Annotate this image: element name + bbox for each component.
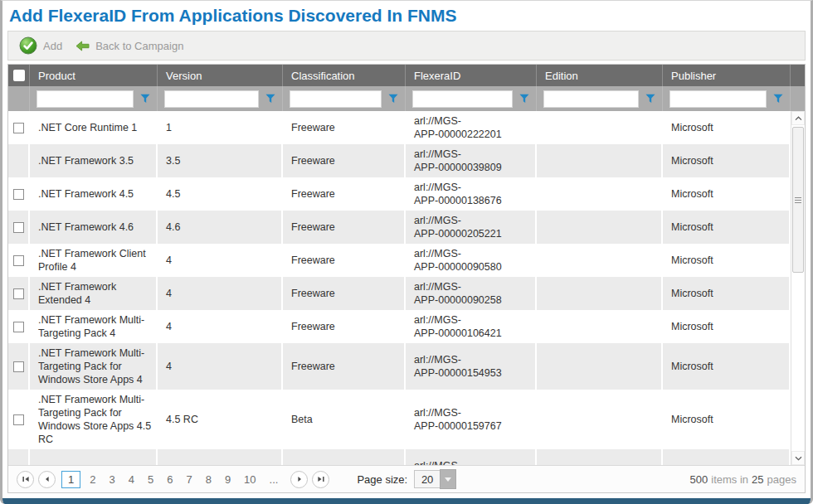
cell-product: .NET Framework Multi-Targeting Pack for … [30,390,158,449]
table-row[interactable]: .NET Core Runtime 1 1 Freeware arl://MGS… [8,111,791,144]
table-row[interactable]: .NET Framework Multi-Targeting Pack for … [8,343,791,390]
table-row[interactable]: arl://MGS- [8,449,791,465]
scrollbar-down-button[interactable] [791,451,805,465]
cell-edition [537,343,663,390]
row-checkbox[interactable] [13,361,24,372]
row-checkbox-cell [8,390,30,449]
filter-cell-product [30,86,158,111]
pager-page-6[interactable]: 6 [160,472,179,487]
back-to-campaign-button[interactable]: Back to Campaign [72,36,190,56]
table-row[interactable]: .NET Framework Extended 4 4 Freeware arl… [8,277,791,310]
row-checkbox[interactable] [13,189,24,200]
chevron-down-icon [445,477,451,482]
cell-product: .NET Framework Multi-Targeting Pack 4 [30,310,158,343]
filter-funnel-button-publisher[interactable] [771,91,786,106]
cell-product: .NET Framework 3.5 [30,144,158,177]
column-header-classification[interactable]: Classification [283,65,406,86]
table-row[interactable]: .NET Framework Multi-Targeting Pack 4 4 … [8,310,791,343]
add-button[interactable]: Add [16,33,69,58]
table-row[interactable]: .NET Framework Multi-Targeting Pack for … [8,390,791,449]
cell-edition [537,277,663,310]
window-bottom-edge [2,498,811,504]
column-header-flexeraid[interactable]: FlexeraID [406,65,537,86]
row-checkbox[interactable] [13,255,24,266]
cell-version: 4 [158,244,283,277]
pager-page-4[interactable]: 4 [122,472,141,487]
pager-next-button[interactable] [290,471,308,488]
pager-pages: 12345678910... [61,471,285,488]
summary-items-text: items in [711,473,748,486]
cell-classification: Freeware [283,111,406,144]
table-row[interactable]: .NET Framework 3.5 3.5 Freeware arl://MG… [8,144,791,177]
filter-input-flexeraid[interactable] [412,90,513,108]
table-row[interactable]: .NET Framework 4.5 4.5 Freeware arl://MG… [8,177,791,211]
cell-edition [537,111,663,144]
cell-flexera-id: arl://MGS- APP-00000154953 [406,343,537,390]
filter-input-product[interactable] [37,90,134,108]
pager-page-9[interactable]: 9 [218,472,237,487]
back-arrow-icon [75,41,90,51]
page-size-value[interactable]: 20 [414,470,440,488]
row-checkbox-cell [8,244,30,277]
table-row[interactable]: .NET Framework 4.6 4.6 Freeware arl://MG… [8,211,791,244]
pager-page-1[interactable]: 1 [61,471,80,488]
filter-funnel-button-flexeraid[interactable] [517,91,532,106]
cell-edition [537,144,663,177]
cell-version: 3.5 [158,144,283,177]
filter-funnel-button-version[interactable] [263,91,278,106]
row-checkbox[interactable] [13,322,24,332]
pager-last-button[interactable] [312,471,329,488]
column-header-edition[interactable]: Edition [537,65,663,86]
row-checkbox-cell [8,343,30,390]
filter-funnel-button-edition[interactable] [643,91,658,106]
pager-page-3[interactable]: 3 [102,472,121,487]
filter-input-version[interactable] [164,90,259,108]
table-row[interactable]: .NET Framework Client Profile 4 4 Freewa… [8,244,791,277]
summary-pages-text: pages [767,473,796,486]
page-size-dropdown-button[interactable] [440,469,456,489]
column-header-publisher[interactable]: Publisher [663,65,791,86]
cell-publisher: Microsoft [663,111,791,144]
applications-grid: Product Version Classification FlexeraID… [7,64,806,493]
scrollbar-thumb[interactable] [792,127,804,273]
cell-flexera-id: arl://MGS- APP-00000090580 [406,244,537,277]
row-checkbox-cell [8,277,30,310]
filter-input-classification[interactable] [290,90,382,108]
pager-prev-button[interactable] [38,471,56,488]
cell-publisher: Microsoft [663,310,791,343]
cell-publisher: Microsoft [663,343,791,390]
cell-product: .NET Framework Extended 4 [30,277,158,310]
cell-publisher: Microsoft [663,244,791,277]
pager-page-2[interactable]: 2 [83,472,102,487]
cell-product: .NET Framework Client Profile 4 [30,244,158,277]
pager-first-button[interactable] [17,471,34,488]
select-all-checkbox[interactable] [13,70,25,81]
cell-edition [537,211,663,244]
cell-product: .NET Core Runtime 1 [30,111,158,144]
pager-page-5[interactable]: 5 [141,472,160,487]
column-header-product[interactable]: Product [30,65,158,86]
pager-page-7[interactable]: 7 [179,472,198,487]
filter-scrollbar-spacer [791,86,805,111]
filter-input-publisher[interactable] [669,90,767,108]
cell-edition [537,390,663,449]
filter-funnel-button-product[interactable] [138,91,153,106]
row-checkbox[interactable] [13,414,24,425]
filter-input-edition[interactable] [543,90,639,108]
grid-rows: .NET Core Runtime 1 1 Freeware arl://MGS… [8,111,791,465]
vertical-scrollbar[interactable] [791,111,805,465]
row-checkbox[interactable] [13,123,24,133]
row-checkbox[interactable] [13,288,24,299]
cell-product: .NET Framework 4.6 [30,211,158,244]
filter-funnel-button-classification[interactable] [386,91,401,106]
filter-cell-edition [537,86,663,111]
pager-page-10[interactable]: 10 [237,472,262,487]
page-size-label: Page size: [357,473,407,486]
row-checkbox[interactable] [13,222,24,233]
cell-version: 4.6 [158,211,283,244]
scrollbar-up-button[interactable] [791,111,805,125]
cell-classification: Freeware [283,144,406,177]
grid-header-row: Product Version Classification FlexeraID… [8,65,805,86]
pager-page-8[interactable]: 8 [199,472,218,487]
column-header-version[interactable]: Version [158,65,283,86]
